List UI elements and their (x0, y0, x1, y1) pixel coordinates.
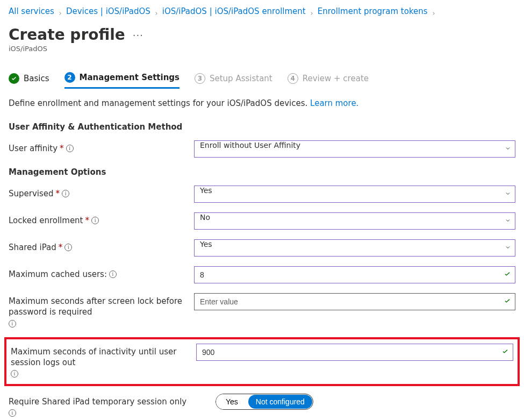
page-subtitle: iOS/iPadOS (9, 45, 515, 53)
tab-description: Define enrollment and management setting… (9, 98, 515, 108)
required-indicator: * (85, 215, 90, 226)
tab-review-create[interactable]: 4 Review + create (288, 71, 369, 88)
chevron-right-icon (309, 9, 314, 14)
info-icon[interactable]: i (91, 217, 99, 224)
toggle-not-configured[interactable]: Not configured (248, 395, 312, 409)
chevron-right-icon (154, 9, 159, 14)
check-icon (9, 73, 19, 84)
info-icon[interactable]: i (109, 270, 117, 278)
label-max-inactivity: Maximum seconds of inactivity until user… (11, 344, 196, 378)
tab-management-settings[interactable]: 2 Management Settings (64, 70, 180, 89)
required-indicator: * (56, 188, 60, 199)
section-heading-user-affinity: User Affinity & Authentication Method (9, 122, 515, 132)
tab-label: Management Settings (80, 73, 180, 82)
description-text: Define enrollment and management setting… (9, 98, 307, 108)
breadcrumb-link-enrollment[interactable]: iOS/iPadOS | iOS/iPadOS enrollment (162, 6, 306, 16)
page-title: Create profile (9, 26, 125, 44)
tab-label: Review + create (303, 74, 369, 83)
step-number-icon: 4 (288, 73, 298, 84)
info-icon[interactable]: i (9, 320, 16, 328)
breadcrumb-link-all-services[interactable]: All services (9, 6, 54, 16)
breadcrumb-link-devices[interactable]: Devices | iOS/iPadOS (66, 6, 150, 16)
tab-label: Basics (24, 74, 49, 83)
info-icon[interactable]: i (11, 370, 18, 378)
label-require-temp-session: Require Shared iPad temporary session on… (9, 394, 194, 417)
more-actions-icon[interactable]: ··· (133, 31, 143, 40)
breadcrumb: All services Devices | iOS/iPadOS iOS/iP… (9, 6, 515, 16)
info-icon[interactable]: i (62, 190, 69, 197)
info-icon[interactable]: i (9, 409, 16, 417)
tab-setup-assistant[interactable]: 3 Setup Assistant (195, 71, 272, 88)
max-cached-users-input[interactable] (194, 266, 515, 283)
require-temp-session-toggle: Yes Not configured (216, 394, 313, 410)
shared-ipad-select[interactable]: Yes (194, 239, 515, 257)
label-supervised: Supervised * i (9, 186, 194, 199)
label-locked-enrollment: Locked enrollment * i (9, 212, 194, 226)
step-number-icon: 2 (64, 72, 75, 83)
highlighted-field: Maximum seconds of inactivity until user… (4, 337, 520, 387)
label-user-affinity: User affinity * i (9, 140, 194, 154)
supervised-select[interactable]: Yes (194, 186, 515, 203)
label-shared-ipad: Shared iPad * i (9, 239, 194, 253)
user-affinity-select[interactable]: Enroll without User Affinity (194, 140, 515, 158)
chevron-right-icon (58, 9, 63, 14)
wizard-tabs: Basics 2 Management Settings 3 Setup Ass… (9, 70, 515, 89)
required-indicator: * (60, 143, 64, 154)
step-number-icon: 3 (195, 73, 205, 84)
section-heading-management-options: Management Options (9, 167, 515, 177)
tab-label: Setup Assistant (210, 74, 272, 83)
tab-basics[interactable]: Basics (9, 71, 49, 88)
toggle-yes[interactable]: Yes (216, 394, 248, 409)
label-max-seconds-lock: Maximum seconds after screen lock before… (9, 293, 194, 328)
label-max-cached-users: Maximum cached users: i (9, 266, 194, 280)
required-indicator: * (59, 242, 63, 253)
locked-enrollment-select[interactable]: No (194, 212, 515, 230)
learn-more-link[interactable]: Learn more. (310, 98, 358, 108)
info-icon[interactable]: i (64, 244, 72, 251)
max-inactivity-input[interactable] (196, 344, 513, 361)
max-seconds-lock-input[interactable] (194, 293, 515, 310)
breadcrumb-link-tokens[interactable]: Enrollment program tokens (318, 6, 428, 16)
info-icon[interactable]: i (66, 145, 74, 152)
chevron-right-icon (431, 9, 436, 14)
